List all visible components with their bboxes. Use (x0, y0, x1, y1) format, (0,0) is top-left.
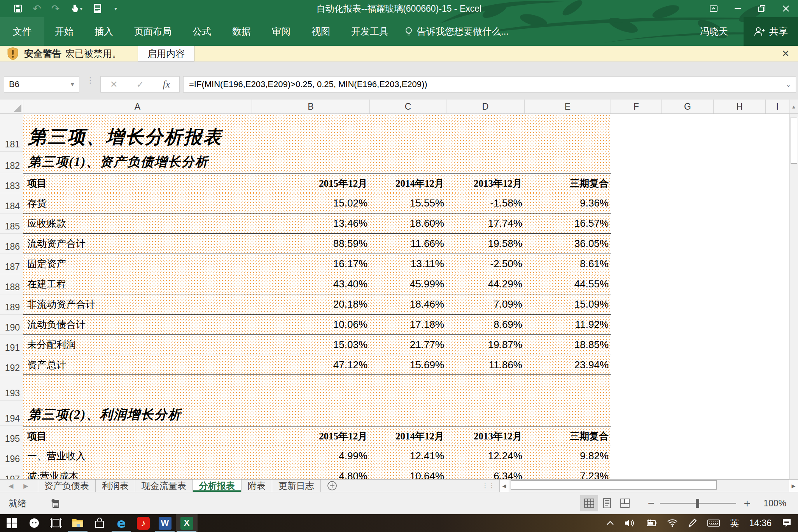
sheet-tab-cash-flow[interactable]: 现金流量表 (135, 480, 193, 492)
cell-A196[interactable]: 一、营业收入 (23, 446, 252, 466)
zoom-level[interactable]: 100% (763, 498, 786, 509)
taskbar-store-icon[interactable] (89, 514, 110, 532)
sheet-tab-appendix[interactable]: 附表 (242, 480, 272, 492)
select-all-button[interactable] (0, 100, 23, 114)
undo-icon[interactable]: ↶ (33, 4, 41, 14)
cell-B190[interactable]: 10.06% (252, 315, 370, 334)
cell-E196[interactable]: 9.82% (525, 446, 611, 466)
cell-C192[interactable]: 15.69% (370, 355, 446, 374)
ribbon-tab-insert[interactable]: 插入 (84, 17, 124, 46)
user-name[interactable]: 冯晓天 (700, 25, 728, 38)
cell-B186[interactable]: 88.59% (252, 234, 370, 254)
row-header-197[interactable]: 197 (0, 466, 23, 479)
cell-E189[interactable]: 15.09% (525, 294, 611, 314)
redo-icon[interactable]: ↷ (51, 4, 60, 14)
tab-split-handle[interactable]: ⋮⋮ (482, 480, 499, 492)
cell-A183[interactable]: 项目 (23, 174, 252, 193)
document-preview-icon[interactable] (93, 3, 103, 14)
sheet-tab-analysis-report[interactable]: 分析报表 (193, 480, 242, 492)
ribbon-tab-data[interactable]: 数据 (222, 17, 261, 46)
save-icon[interactable] (13, 4, 23, 13)
new-sheet-button[interactable] (327, 480, 337, 492)
ribbon-tab-home[interactable]: 开始 (44, 17, 84, 46)
taskbar-file-explorer-icon[interactable] (67, 514, 89, 532)
ribbon-tab-view[interactable]: 视图 (301, 17, 341, 46)
taskbar-excel-icon[interactable]: X (176, 514, 198, 532)
vertical-scroll-up-icon[interactable]: ▲ (789, 100, 798, 114)
cell-D191[interactable]: 19.87% (446, 335, 525, 355)
cell-D192[interactable]: 11.86% (446, 355, 525, 374)
cell-E183[interactable]: 三期复合 (525, 174, 611, 193)
taskbar-netease-music-icon[interactable]: ♪ (132, 514, 154, 532)
taskbar-cortana-icon[interactable] (23, 514, 45, 532)
cell-C195[interactable]: 2014年12月 (370, 427, 446, 446)
zoom-in-button[interactable]: ＋ (742, 496, 752, 511)
cell-A190[interactable]: 流动负债合计 (23, 315, 252, 334)
cell-E186[interactable]: 36.05% (525, 234, 611, 254)
touch-keyboard-icon[interactable] (707, 519, 720, 527)
touch-mode-icon[interactable]: ▾ (70, 4, 83, 14)
cell-D186[interactable]: 19.58% (446, 234, 525, 254)
cell-A192[interactable]: 资产总计 (23, 355, 252, 374)
cell-A181[interactable]: 第三项、增长分析报表 (23, 114, 611, 152)
cell-C185[interactable]: 18.60% (370, 214, 446, 233)
horizontal-scrollbar[interactable]: ◀ ▶ (499, 480, 798, 492)
cell-C188[interactable]: 45.99% (370, 274, 446, 294)
ribbon-tab-page-layout[interactable]: 页面布局 (124, 17, 182, 46)
col-header-H[interactable]: H (714, 100, 766, 114)
taskbar-edge-icon[interactable]: e (110, 514, 132, 532)
cell-E187[interactable]: 8.61% (525, 254, 611, 274)
ribbon-tab-review[interactable]: 审阅 (261, 17, 301, 46)
wifi-icon[interactable] (667, 518, 678, 528)
row-header-196[interactable]: 196 (0, 446, 23, 466)
cell-E191[interactable]: 18.85% (525, 335, 611, 355)
cell-D190[interactable]: 8.69% (446, 315, 525, 334)
cell-D183[interactable]: 2013年12月 (446, 174, 525, 193)
cell-A184[interactable]: 存货 (23, 193, 252, 213)
minimize-icon[interactable] (726, 0, 750, 17)
customize-qat-icon[interactable]: ▾ (114, 6, 117, 12)
macro-record-button[interactable] (51, 498, 61, 508)
cell-B183[interactable]: 2015年12月 (252, 174, 370, 193)
cell-A194[interactable]: 第三项(2)、利润增长分析 (23, 401, 611, 426)
cell-B196[interactable]: 4.99% (252, 446, 370, 466)
zoom-slider-thumb[interactable] (696, 499, 699, 508)
cell-C190[interactable]: 17.18% (370, 315, 446, 334)
row-header-190[interactable]: 190 (0, 315, 23, 335)
cell-D189[interactable]: 7.09% (446, 294, 525, 314)
row-header-183[interactable]: 183 (0, 173, 23, 193)
cell-C186[interactable]: 11.66% (370, 234, 446, 254)
cell-C197[interactable]: 10.64% (370, 466, 446, 479)
clock[interactable]: 14:36 (749, 518, 772, 528)
row-header-193[interactable]: 193 (0, 375, 23, 401)
cell-A197[interactable]: 减:营业成本 (23, 466, 252, 479)
cell-A185[interactable]: 应收账款 (23, 214, 252, 233)
cell-A189[interactable]: 非流动资产合计 (23, 294, 252, 314)
cell-E195[interactable]: 三期复合 (525, 427, 611, 446)
row-header-188[interactable]: 188 (0, 274, 23, 294)
cell-A186[interactable]: 流动资产合计 (23, 234, 252, 254)
cell-E184[interactable]: 9.36% (525, 193, 611, 213)
action-center-icon[interactable] (782, 518, 792, 528)
col-header-I[interactable]: I (766, 100, 789, 114)
cell-D197[interactable]: 6.34% (446, 466, 525, 479)
col-header-D[interactable]: D (446, 100, 525, 114)
hscroll-right-icon[interactable]: ▶ (789, 480, 798, 492)
sheet-tab-income-statement[interactable]: 利润表 (96, 480, 135, 492)
cell-B195[interactable]: 2015年12月 (252, 427, 370, 446)
cell-E190[interactable]: 11.92% (525, 315, 611, 334)
cell-E188[interactable]: 44.55% (525, 274, 611, 294)
sheet-tab-update-log[interactable]: 更新日志 (272, 480, 321, 492)
insert-function-icon[interactable]: fx (163, 79, 170, 90)
page-break-preview-button[interactable] (616, 495, 634, 511)
cell-C183[interactable]: 2014年12月 (370, 174, 446, 193)
col-header-E[interactable]: E (525, 100, 611, 114)
normal-view-button[interactable] (580, 495, 598, 511)
col-header-A[interactable]: A (23, 100, 252, 114)
cell-D196[interactable]: 12.24% (446, 446, 525, 466)
security-bar-close-icon[interactable]: ✕ (782, 48, 789, 59)
vertical-scrollbar-thumb[interactable] (791, 117, 797, 164)
sheet-nav-next-icon[interactable]: ▶ (23, 482, 28, 490)
ribbon-display-options-icon[interactable] (702, 0, 726, 17)
hidden-icons-chevron-icon[interactable] (606, 520, 614, 526)
